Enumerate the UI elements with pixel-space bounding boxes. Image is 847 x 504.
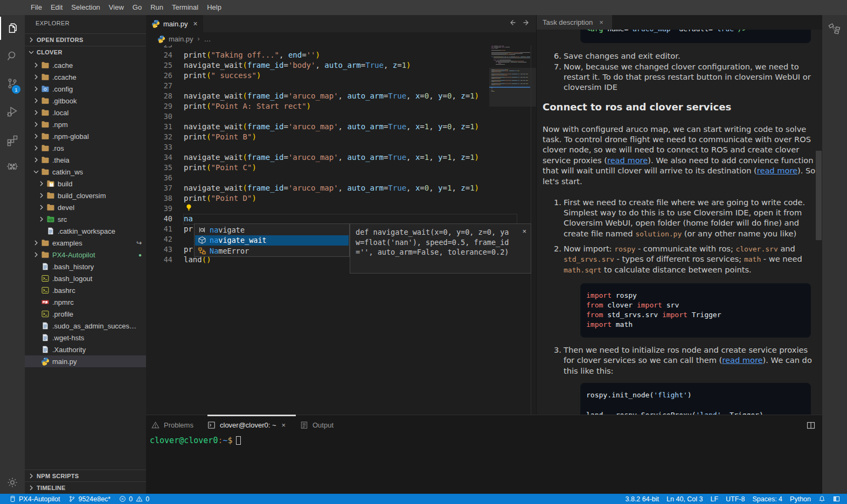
tree-item-.wget-hsts[interactable]: .wget-hsts: [25, 332, 146, 344]
chevron-right-icon: [37, 179, 46, 188]
tree-item-.catkin_workspace[interactable]: .catkin_workspace: [25, 225, 146, 237]
tree-item-.bashrc[interactable]: .bashrc: [25, 284, 146, 296]
close-icon[interactable]: ×: [599, 18, 603, 26]
activity-explorer[interactable]: [0, 18, 25, 39]
navigate-forward-icon[interactable]: [522, 18, 531, 29]
status-warnings[interactable]: 0: [136, 495, 149, 503]
status-eol[interactable]: LF: [710, 495, 718, 503]
tree-item-.Xauthority[interactable]: .Xauthority: [25, 344, 146, 355]
task-text-line: Now import: rospy - communicate with ros…: [564, 243, 795, 254]
tree-item-build_cloversim[interactable]: build_cloversim: [25, 190, 146, 201]
suggest-item-navigate_wait[interactable]: navigate_wait: [195, 235, 349, 246]
task-text-line: let's start.: [543, 176, 582, 187]
status-errors[interactable]: 0: [119, 495, 133, 503]
terminal-icon: [207, 421, 216, 429]
close-icon[interactable]: ×: [522, 227, 526, 235]
menu-selection[interactable]: Selection: [67, 0, 104, 15]
tree-item-.bash_history[interactable]: .bash_history: [25, 261, 146, 272]
tree-item-.config[interactable]: .config: [25, 83, 146, 95]
tree-item-.npm[interactable]: .npm: [25, 118, 146, 130]
panel-tab-problems[interactable]: Problems: [151, 415, 193, 435]
status-git-branch[interactable]: 9524e8ec*: [68, 495, 110, 503]
tree-item-.cache[interactable]: .cache: [25, 59, 146, 71]
activity-run-debug[interactable]: [0, 101, 25, 122]
tree-item-.theia[interactable]: .theia: [25, 154, 146, 166]
read-more-link[interactable]: read more: [607, 156, 648, 165]
activity-search[interactable]: [0, 45, 25, 67]
panel-tab-output[interactable]: Output: [300, 415, 334, 435]
menu-help[interactable]: Help: [203, 0, 226, 15]
tree-item-.bash_logout[interactable]: .bash_logout: [25, 272, 146, 284]
minimap[interactable]: [491, 45, 530, 147]
menu-go[interactable]: Go: [128, 0, 146, 15]
breadcrumb-more[interactable]: …: [204, 35, 212, 43]
scrollbar-thumb[interactable]: [816, 151, 822, 240]
line-number: 40: [146, 214, 172, 224]
list-number: 3.: [543, 345, 561, 355]
task-text-line: First we need to create file where we ar…: [564, 197, 805, 208]
status-encoding[interactable]: UTF-8: [726, 495, 745, 503]
shell-icon: [41, 274, 50, 283]
status-notifications[interactable]: [818, 495, 825, 502]
file-doc-icon: [46, 227, 55, 235]
tree-item-.profile[interactable]: .profile: [25, 308, 146, 320]
menu-edit[interactable]: Edit: [46, 0, 67, 15]
menu-run[interactable]: Run: [146, 0, 168, 15]
close-icon[interactable]: ×: [282, 421, 286, 429]
tree-item-.npm-global[interactable]: .npm-global: [25, 130, 146, 142]
tree-label: PX4-Autopilot: [52, 251, 95, 259]
section-clover[interactable]: CLOVER: [25, 46, 146, 58]
menu-file[interactable]: File: [26, 0, 46, 15]
activity-api-tests[interactable]: [0, 156, 25, 177]
activity-extensions[interactable]: [0, 130, 25, 151]
tree-item-.npmrc[interactable]: .npmrc: [25, 296, 146, 308]
tree-item-.ros[interactable]: .ros: [25, 142, 146, 154]
tree-item-PX4-Autopilot[interactable]: PX4-Autopilot●: [25, 249, 146, 261]
panel-tab-clover-clover0-[interactable]: clover@clover0: ~×: [207, 415, 286, 435]
menu-view[interactable]: View: [105, 0, 128, 15]
tree-item-.local[interactable]: .local: [25, 107, 146, 118]
navigate-back-icon[interactable]: [508, 18, 517, 29]
status-python-version[interactable]: 3.8.2 64-bit: [626, 495, 659, 503]
task-text-line: task. To control drone flight we need to…: [543, 134, 811, 145]
chevron-right-icon: [32, 96, 40, 105]
read-more-link[interactable]: read more: [757, 166, 797, 175]
status-indentation[interactable]: Spaces: 4: [752, 495, 782, 503]
suggest-item-NameError[interactable]: NameError: [195, 246, 349, 256]
tree-item-src[interactable]: src: [25, 213, 146, 225]
tree-item-.gitbook[interactable]: .gitbook: [25, 95, 146, 107]
code-line-26: print(" success"): [184, 71, 261, 81]
read-more-link[interactable]: read more: [722, 355, 762, 365]
tree-item-catkin_ws[interactable]: catkin_ws: [25, 166, 146, 178]
tree-item-.ccache[interactable]: .ccache: [25, 71, 146, 83]
tree-label: .bash_history: [52, 263, 94, 271]
status-cursor-position[interactable]: Ln 40, Col 3: [667, 495, 703, 503]
status-workspace[interactable]: PX4-Autopilot: [9, 495, 60, 503]
menu-terminal[interactable]: Terminal: [168, 0, 203, 15]
chevron-right-icon: [27, 472, 36, 480]
section-open-editors[interactable]: OPEN EDITORS: [25, 33, 146, 45]
terminal-prompt[interactable]: clover@clover0:~$: [150, 436, 233, 446]
scene-graph-icon[interactable]: [828, 22, 841, 35]
lightbulb-icon[interactable]: [185, 204, 193, 212]
tree-item-build[interactable]: build: [25, 178, 146, 190]
chevron-right-icon: [32, 250, 40, 259]
folder-icon: [41, 132, 50, 141]
tab-main-py[interactable]: main.py ×: [146, 15, 203, 32]
split-panel-icon[interactable]: [807, 421, 815, 430]
tree-item-devel[interactable]: devel: [25, 201, 146, 213]
close-icon[interactable]: ×: [193, 19, 198, 28]
suggest-item-navigate[interactable]: navigate: [195, 225, 349, 235]
activity-settings[interactable]: [0, 472, 25, 493]
tree-item-.sudo_as_admin_succes[interactable]: .sudo_as_admin_succes…: [25, 320, 146, 332]
tree-item-main.py[interactable]: main.py: [25, 355, 146, 367]
breadcrumb-file[interactable]: main.py: [169, 35, 193, 43]
task-text-line: math.sqrt to calculate distance between …: [564, 264, 752, 275]
tree-item-examples[interactable]: examples↪: [25, 237, 146, 249]
status-panel-toggle[interactable]: [833, 495, 840, 502]
section-timeline[interactable]: TIMELINE: [25, 481, 146, 493]
task-description-panel[interactable]: <arg name="aruco_map" default="true"/>6.…: [537, 30, 822, 415]
section-npm-scripts[interactable]: NPM SCRIPTS: [25, 470, 146, 481]
tab-task-description[interactable]: Task description ×: [537, 15, 612, 30]
status-language-mode[interactable]: Python: [790, 495, 811, 503]
